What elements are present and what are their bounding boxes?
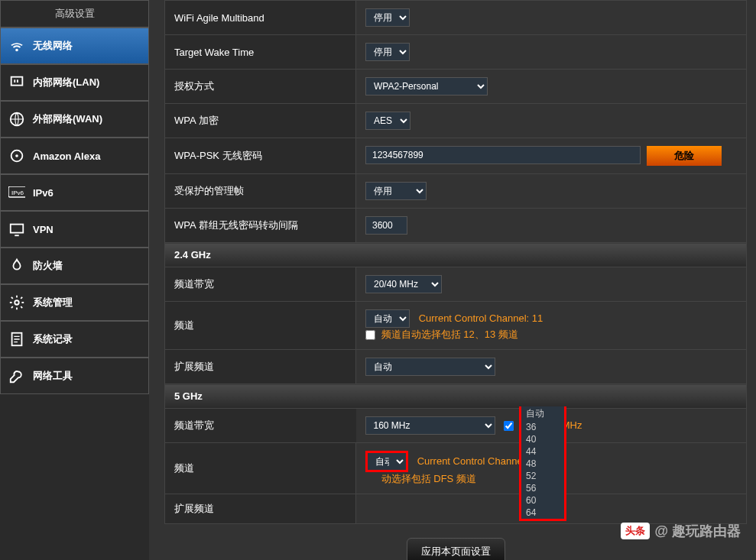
sidebar-item-label: VPN bbox=[33, 224, 54, 235]
checkbox-enable-160mhz[interactable] bbox=[504, 421, 514, 431]
select-bandwidth-5[interactable]: 160 MHz bbox=[365, 416, 495, 435]
sidebar: 高级设置 无线网络 内部网络(LAN) 外部网络(WAN) Amazon Ale… bbox=[0, 0, 149, 560]
wifi-icon bbox=[8, 37, 25, 54]
watermark-text: @ 趣玩路由器 bbox=[654, 522, 741, 540]
sidebar-item-label: 系统管理 bbox=[33, 296, 73, 309]
sidebar-item-ipv6[interactable]: IPv6 IPv6 bbox=[0, 174, 149, 211]
select-channel-5[interactable]: 自动 bbox=[365, 451, 408, 472]
sidebar-item-label: Amazon Alexa bbox=[33, 151, 100, 162]
sidebar-item-label: 网络工具 bbox=[33, 369, 73, 383]
sidebar-item-lan[interactable]: 内部网络(LAN) bbox=[0, 64, 149, 101]
ipv6-icon: IPv6 bbox=[8, 184, 25, 201]
log-icon bbox=[8, 331, 25, 348]
sidebar-item-label: IPv6 bbox=[33, 187, 54, 199]
row-label-wpa-enc: WPA 加密 bbox=[165, 104, 356, 138]
alexa-icon bbox=[8, 147, 25, 164]
input-wpa-psk[interactable] bbox=[365, 146, 641, 164]
select-channel-24[interactable]: 自动 bbox=[365, 309, 410, 328]
main-content: WiFi Agile Multiband 停用 Target Wake Time… bbox=[149, 0, 756, 560]
sidebar-item-label: 无线网络 bbox=[33, 39, 73, 53]
select-bandwidth-24[interactable]: 20/40 MHz bbox=[365, 275, 442, 293]
svg-rect-1 bbox=[14, 79, 15, 83]
row-label-ch5: 频道 bbox=[165, 443, 356, 494]
watermark: 头条 @ 趣玩路由器 bbox=[621, 522, 741, 540]
vpn-icon bbox=[8, 221, 25, 238]
sidebar-item-admin[interactable]: 系统管理 bbox=[0, 284, 149, 321]
row-label-wpa-psk: WPA-PSK 无线密码 bbox=[165, 138, 356, 174]
row-label-wifi-agile: WiFi Agile Multiband bbox=[165, 1, 356, 35]
sidebar-item-vpn[interactable]: VPN bbox=[0, 211, 149, 248]
checkbox-label-ch12-13: 频道自动选择包括 12、13 频道 bbox=[381, 329, 518, 340]
select-protected-mgmt[interactable]: 停用 bbox=[365, 182, 427, 200]
row-label-twt: Target Wake Time bbox=[165, 35, 356, 70]
sidebar-item-wireless[interactable]: 无线网络 bbox=[0, 28, 149, 64]
input-group-rekey[interactable] bbox=[365, 216, 407, 235]
select-twt[interactable]: 停用 bbox=[365, 43, 410, 61]
select-wifi-agile[interactable]: 停用 bbox=[365, 8, 410, 27]
dropdown-channel-5-options: 自动 36 40 44 48 52 56 60 64 bbox=[519, 406, 566, 521]
sidebar-item-firewall[interactable]: 防火墙 bbox=[0, 248, 149, 284]
row-label-group-rekey: WPA 群组无线密码转动间隔 bbox=[165, 209, 356, 243]
danger-badge: 危险 bbox=[647, 146, 722, 166]
sidebar-item-tools[interactable]: 网络工具 bbox=[0, 358, 149, 394]
dropdown-option[interactable]: 64 bbox=[521, 507, 564, 519]
hint-channel-24: Current Control Channel: 11 bbox=[419, 312, 543, 324]
select-wpa-encryption[interactable]: AES bbox=[365, 112, 410, 130]
section-5ghz: 5 GHz bbox=[165, 384, 747, 409]
sidebar-item-label: 防火墙 bbox=[33, 259, 63, 273]
sidebar-item-label: 外部网络(WAN) bbox=[33, 112, 102, 126]
tools-icon bbox=[8, 367, 25, 384]
checkbox-include-ch12-13[interactable] bbox=[365, 330, 375, 340]
row-label-bw5: 频道带宽 bbox=[165, 409, 356, 443]
sidebar-item-wan[interactable]: 外部网络(WAN) bbox=[0, 101, 149, 138]
dropdown-option[interactable]: 52 bbox=[521, 470, 564, 482]
dropdown-option[interactable]: 44 bbox=[521, 445, 564, 458]
svg-text:IPv6: IPv6 bbox=[11, 189, 24, 196]
svg-point-5 bbox=[15, 154, 18, 157]
row-label-bw24: 频道带宽 bbox=[165, 267, 356, 302]
sidebar-item-alexa[interactable]: Amazon Alexa bbox=[0, 138, 149, 174]
sidebar-item-label: 内部网络(LAN) bbox=[33, 76, 99, 89]
checkbox-label-dfs: 动选择包括 DFS 频道 bbox=[381, 473, 476, 484]
dropdown-option[interactable]: 自动 bbox=[521, 406, 564, 421]
svg-rect-2 bbox=[17, 79, 18, 83]
row-label-extch24: 扩展频道 bbox=[165, 350, 356, 384]
watermark-badge: 头条 bbox=[621, 523, 650, 539]
dropdown-option[interactable]: 56 bbox=[521, 482, 564, 494]
sidebar-item-label: 系统记录 bbox=[33, 332, 73, 346]
admin-icon bbox=[8, 294, 25, 311]
globe-icon bbox=[8, 111, 25, 128]
dropdown-option[interactable]: 60 bbox=[521, 494, 564, 507]
apply-button[interactable]: 应用本页面设置 bbox=[407, 538, 505, 560]
row-label-pmf: 受保护的管理帧 bbox=[165, 174, 356, 209]
dropdown-option[interactable]: 48 bbox=[521, 458, 564, 470]
svg-point-9 bbox=[15, 300, 19, 305]
firewall-icon bbox=[8, 257, 25, 274]
section-24ghz: 2.4 GHz bbox=[165, 243, 747, 267]
row-label-auth: 授权方式 bbox=[165, 70, 356, 104]
lan-icon bbox=[8, 74, 25, 91]
sidebar-title: 高级设置 bbox=[0, 0, 149, 28]
dropdown-option[interactable]: 40 bbox=[521, 433, 564, 445]
dropdown-option[interactable]: 36 bbox=[521, 421, 564, 433]
row-label-extch5: 扩展频道 bbox=[165, 494, 356, 524]
select-auth-method[interactable]: WPA2-Personal bbox=[365, 77, 488, 95]
svg-rect-8 bbox=[11, 225, 24, 233]
row-label-ch24: 频道 bbox=[165, 302, 356, 350]
sidebar-item-log[interactable]: 系统记录 bbox=[0, 321, 149, 358]
select-ext-channel-24[interactable]: 自动 bbox=[365, 358, 495, 376]
